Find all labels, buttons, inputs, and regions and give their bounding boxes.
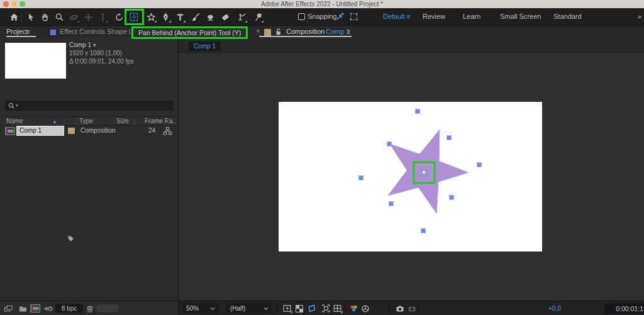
tab-effect-controls[interactable]: Effect Controls Shape La bbox=[60, 28, 136, 35]
clone-stamp-icon bbox=[206, 13, 215, 22]
viewer-comp-chip[interactable]: Comp 1 bbox=[189, 41, 221, 51]
project-item-row[interactable]: Comp 1 Composition 24 bbox=[0, 126, 178, 136]
dolly-camera-tool[interactable] bbox=[96, 9, 109, 25]
composition-tab-close-icon[interactable]: × bbox=[256, 27, 260, 35]
column-type[interactable]: Type bbox=[79, 118, 93, 124]
dolly-camera-icon bbox=[98, 13, 108, 22]
pen-tool[interactable] bbox=[158, 9, 172, 25]
item-name-cell[interactable]: Comp 1 bbox=[16, 126, 64, 136]
brush-tool[interactable] bbox=[189, 9, 203, 25]
preview-comp-name: Comp 1 ▾ bbox=[69, 41, 96, 48]
new-composition-button[interactable] bbox=[30, 303, 41, 314]
project-search: ▾ bbox=[5, 101, 173, 111]
type-tool[interactable] bbox=[173, 9, 187, 25]
panel-tab-bar: Project ≡ Effect Controls Shape La × Com… bbox=[0, 26, 644, 38]
transform-handle[interactable] bbox=[421, 229, 426, 233]
snapping-checkbox[interactable] bbox=[298, 13, 305, 20]
roto-brush-icon bbox=[237, 13, 247, 22]
grid-guides-button[interactable] bbox=[331, 303, 343, 314]
transform-handle[interactable] bbox=[416, 109, 420, 114]
project-panel-menu-icon[interactable]: ≡ bbox=[26, 28, 30, 35]
selection-tool[interactable] bbox=[23, 9, 37, 25]
transform-handle[interactable] bbox=[389, 202, 394, 206]
eraser-tool[interactable] bbox=[218, 9, 232, 25]
sort-asc-icon[interactable]: ▲ bbox=[52, 119, 57, 124]
item-frame-rate: 24 bbox=[148, 127, 155, 134]
workspace-tab-default[interactable]: Default bbox=[383, 8, 405, 25]
search-input[interactable] bbox=[18, 102, 170, 109]
proxy-toggle-button[interactable] bbox=[43, 303, 54, 314]
snap-box-icon bbox=[349, 12, 358, 21]
show-snapshot-button[interactable] bbox=[406, 303, 418, 314]
transform-handle[interactable] bbox=[450, 196, 454, 200]
puppet-pin-tool[interactable] bbox=[251, 9, 265, 25]
preview-duration: Δ 0:00:09:01, 24,00 fps bbox=[69, 58, 134, 65]
mask-visibility-button[interactable] bbox=[306, 303, 317, 314]
magnification-dropdown[interactable]: 50% bbox=[182, 304, 219, 313]
transform-handle[interactable] bbox=[387, 142, 392, 146]
shape-tool[interactable] bbox=[144, 9, 158, 25]
exposure-value[interactable]: +0,0 bbox=[548, 304, 561, 313]
label-tag-icon[interactable] bbox=[67, 235, 74, 242]
new-folder-button[interactable] bbox=[17, 303, 28, 314]
home-tool[interactable] bbox=[7, 9, 21, 25]
eraser-icon bbox=[221, 13, 230, 22]
composition-thumbnail[interactable] bbox=[5, 43, 66, 79]
workspace-tab-learn[interactable]: Learn bbox=[463, 8, 480, 25]
effect-controls-swatch-icon bbox=[50, 30, 56, 35]
delete-button[interactable] bbox=[84, 303, 96, 314]
magnifier-icon bbox=[55, 13, 64, 22]
composition-label-swatch-icon[interactable] bbox=[264, 29, 271, 36]
column-frame-rate[interactable]: Frame Ra.. bbox=[145, 118, 176, 124]
project-scrollbar-thumb[interactable] bbox=[96, 304, 119, 312]
clone-stamp-tool[interactable] bbox=[203, 9, 217, 25]
workspace-overflow-icon[interactable]: » bbox=[638, 8, 641, 25]
color-depth-button[interactable]: 8 bpc bbox=[55, 304, 83, 313]
channel-button[interactable] bbox=[348, 303, 359, 314]
roto-brush-tool[interactable] bbox=[235, 9, 248, 25]
orbit-camera-tool[interactable] bbox=[67, 9, 80, 25]
snap-edges-button[interactable] bbox=[334, 11, 346, 23]
rotation-tool[interactable] bbox=[112, 9, 126, 25]
star-shape-icon bbox=[147, 13, 156, 22]
column-size[interactable]: Size bbox=[116, 118, 128, 124]
tab-project[interactable]: Project bbox=[6, 28, 28, 35]
chevron-down-icon bbox=[210, 307, 215, 311]
after-effects-window: { "titlebar": { "title": "Adobe After Ef… bbox=[0, 0, 644, 315]
tab-composition-label[interactable]: Composition bbox=[286, 28, 325, 35]
transform-handle[interactable] bbox=[477, 163, 482, 167]
interpret-footage-button[interactable] bbox=[3, 303, 14, 314]
unlock-icon[interactable] bbox=[275, 28, 282, 36]
pan-camera-tool[interactable] bbox=[81, 9, 95, 25]
composition-panel-menu-icon[interactable]: ≡ bbox=[347, 28, 350, 35]
transparency-grid-button[interactable] bbox=[294, 303, 305, 314]
comp-name-caret-icon[interactable]: ▾ bbox=[93, 41, 96, 48]
workspace-tab-standard[interactable]: Standard bbox=[553, 8, 582, 25]
column-name[interactable]: Name bbox=[6, 118, 23, 124]
panel-divider[interactable] bbox=[178, 26, 179, 315]
current-time-field[interactable]: 0:00:01:19 bbox=[604, 304, 644, 314]
snapshot-button[interactable] bbox=[394, 303, 406, 314]
hand-tool[interactable] bbox=[38, 9, 52, 25]
project-table-header: Name ▲ Type Size Frame Ra.. bbox=[0, 116, 178, 126]
item-label-swatch[interactable] bbox=[68, 128, 75, 134]
rotation-icon bbox=[114, 13, 124, 22]
transform-handle[interactable] bbox=[447, 136, 452, 140]
snap-features-button[interactable] bbox=[348, 11, 360, 23]
composition-panel-footer: 50% (Half) +0,0 0:00:01:19 bbox=[179, 301, 644, 315]
brush-icon bbox=[191, 13, 201, 22]
transform-handle[interactable] bbox=[359, 176, 364, 180]
resolution-dropdown[interactable]: (Half) bbox=[226, 304, 272, 313]
snapping-label: Snapping bbox=[308, 8, 337, 25]
flowchart-icon[interactable] bbox=[163, 126, 172, 136]
composition-item-icon bbox=[5, 127, 15, 135]
fast-previews-button[interactable] bbox=[281, 303, 292, 314]
workspace-tab-review[interactable]: Review bbox=[423, 8, 445, 25]
workspace-tab-small-screen[interactable]: Small Screen bbox=[500, 8, 541, 25]
workspace-menu-icon[interactable]: ≡ bbox=[406, 8, 410, 25]
zoom-tool[interactable] bbox=[52, 9, 66, 25]
region-of-interest-button[interactable] bbox=[320, 303, 331, 314]
exposure-button[interactable] bbox=[360, 303, 371, 314]
tool-highlight-box bbox=[125, 9, 144, 25]
titlebar: Adobe After Effects 2022 - Untitled Proj… bbox=[0, 0, 644, 8]
